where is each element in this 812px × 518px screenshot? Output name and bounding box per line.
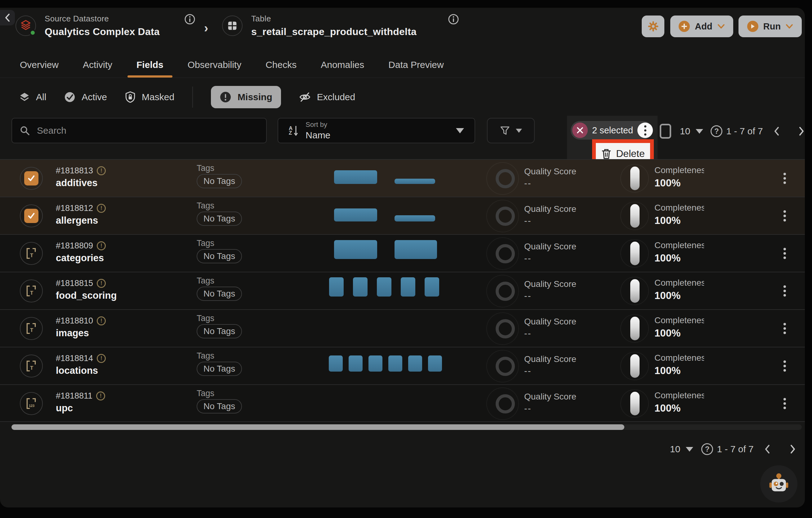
field-warning-icon[interactable]: ! — [97, 204, 106, 213]
row-type-circle — [20, 167, 43, 190]
datastore-status-dot — [29, 29, 36, 36]
tab-data-preview[interactable]: Data Preview — [388, 52, 443, 78]
page-size-dropdown-arrow[interactable] — [686, 447, 693, 452]
svg-text:123: 123 — [29, 404, 34, 408]
breadcrumb-separator: › — [204, 21, 208, 35]
completeness-value: 100% — [655, 365, 680, 377]
completeness-capsule — [630, 167, 640, 190]
table-row[interactable]: T #1818810 ! images Tags No Tags Quality… — [0, 309, 805, 347]
table-info-icon[interactable] — [448, 13, 459, 25]
svg-text:T: T — [30, 327, 33, 334]
table-row[interactable]: 123 #1818811 ! upc Tags No Tags Quality … — [0, 384, 805, 422]
datastore-info-icon[interactable] — [184, 13, 195, 25]
kebab-icon — [644, 125, 646, 136]
pagination-help-icon[interactable]: ? — [710, 125, 722, 137]
view-toggle-icon[interactable] — [660, 124, 671, 139]
horizontal-scrollbar-thumb[interactable] — [11, 424, 625, 430]
table-row[interactable]: T #1818814 ! locations Tags No Tags Qual… — [0, 347, 805, 384]
quality-score-value: -- — [524, 178, 531, 189]
run-button[interactable]: Run — [738, 16, 802, 37]
row-actions-button[interactable] — [775, 394, 794, 413]
filter-masked[interactable]: Masked — [125, 86, 174, 108]
array-text-icon: T — [24, 246, 38, 261]
field-name: images — [56, 327, 89, 339]
histogram-bar — [395, 215, 435, 222]
field-histogram — [329, 352, 450, 372]
no-tags-badge: No Tags — [197, 249, 242, 263]
selection-actions-button[interactable] — [637, 122, 653, 138]
page-size-value[interactable]: 10 — [670, 444, 680, 454]
kebab-icon — [783, 398, 786, 409]
assistant-robot-button[interactable] — [760, 465, 798, 502]
table-row[interactable]: T #1818809 ! categories Tags No Tags Qua… — [0, 234, 805, 272]
field-name: allergens — [56, 215, 98, 226]
tab-activity[interactable]: Activity — [83, 52, 112, 78]
settings-button[interactable] — [642, 16, 664, 37]
histogram-bar — [353, 277, 368, 296]
field-name: locations — [56, 365, 98, 376]
filter-button[interactable] — [487, 118, 535, 143]
search-input[interactable] — [37, 125, 259, 136]
tab-observability[interactable]: Observability — [187, 52, 241, 78]
row-actions-button[interactable] — [775, 206, 794, 226]
next-page-button[interactable] — [798, 126, 805, 136]
table-row[interactable]: #1818812 ! allergens Tags No Tags Qualit… — [0, 197, 805, 234]
field-warning-icon[interactable]: ! — [97, 354, 106, 363]
tab-overview[interactable]: Overview — [20, 52, 59, 78]
filter-all[interactable]: All — [19, 86, 46, 108]
back-button[interactable] — [0, 10, 15, 25]
field-warning-icon[interactable]: ! — [97, 166, 106, 175]
pagination-help-icon[interactable]: ? — [701, 443, 713, 455]
tab-checks[interactable]: Checks — [265, 52, 296, 78]
completeness-label: Completeness — [655, 315, 704, 325]
histogram-bar — [329, 277, 344, 296]
check-icon — [27, 211, 36, 221]
row-actions-button[interactable] — [775, 319, 794, 338]
table-row[interactable]: #1818813 ! additives Tags No Tags Qualit… — [0, 159, 805, 197]
page-size-dropdown-arrow[interactable] — [696, 129, 703, 134]
add-button[interactable]: Add — [670, 16, 733, 37]
prev-page-button[interactable] — [773, 126, 780, 136]
histogram-bar — [349, 355, 362, 372]
row-actions-button[interactable] — [775, 281, 794, 301]
tags-label: Tags — [197, 388, 214, 398]
selection-toolbar: 2 selected — [571, 121, 652, 140]
layers-icon — [19, 92, 30, 102]
next-page-button[interactable] — [789, 444, 796, 454]
row-actions-button[interactable] — [775, 243, 794, 263]
row-actions-button[interactable] — [775, 356, 794, 376]
tags-label: Tags — [197, 201, 214, 211]
prev-page-button[interactable] — [764, 444, 771, 454]
table-breadcrumb[interactable]: Table s_retail_scrape_product_withdelta — [222, 14, 416, 37]
quality-gauge-ring — [496, 357, 515, 376]
source-datastore-breadcrumb[interactable]: Source Datastore Qualytics Complex Data — [16, 14, 160, 37]
field-histogram — [329, 277, 450, 296]
horizontal-scrollbar-track — [11, 424, 802, 430]
completeness-capsule — [630, 241, 640, 265]
field-warning-icon[interactable]: ! — [96, 392, 105, 400]
tab-anomalies[interactable]: Anomalies — [321, 52, 364, 78]
page-size-value[interactable]: 10 — [680, 126, 690, 137]
table-row[interactable]: T #1818815 ! food_scoring Tags No Tags Q… — [0, 272, 805, 309]
alert-circle-icon — [220, 91, 231, 103]
tab-fields[interactable]: Fields — [137, 52, 164, 78]
field-warning-icon[interactable]: ! — [97, 279, 106, 288]
field-warning-icon[interactable]: ! — [97, 316, 106, 325]
no-tags-badge: No Tags — [197, 362, 242, 376]
sort-dropdown[interactable]: AZ Sort by Name — [278, 118, 475, 143]
quality-score-label: Quality Score — [524, 317, 576, 327]
completeness-value: 100% — [655, 290, 680, 301]
quality-score-label: Quality Score — [524, 392, 576, 402]
search-box — [11, 118, 267, 143]
row-actions-button[interactable] — [775, 168, 794, 188]
filter-active[interactable]: Active — [64, 86, 107, 108]
row-checkbox-checked[interactable] — [24, 171, 38, 185]
filter-excluded[interactable]: Excluded — [299, 86, 355, 108]
filter-missing[interactable]: Missing — [211, 86, 281, 108]
field-warning-icon[interactable]: ! — [97, 241, 106, 250]
completeness-label: Completeness — [655, 353, 704, 363]
clear-selection-button[interactable] — [572, 122, 588, 138]
field-id: #1818814 — [56, 354, 93, 363]
row-checkbox-checked[interactable] — [24, 209, 38, 223]
completeness-label: Completeness — [655, 391, 704, 400]
